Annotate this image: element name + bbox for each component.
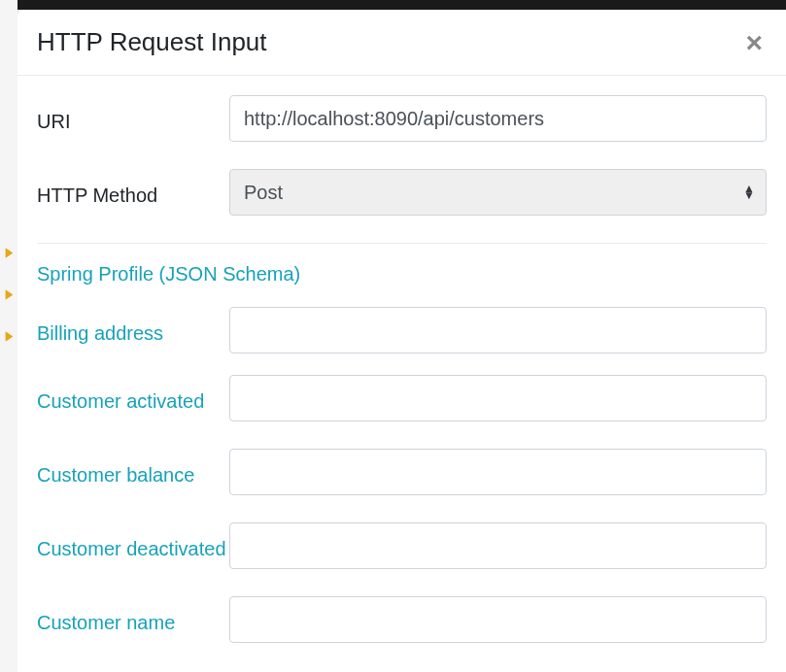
window-titlebar [0, 0, 786, 10]
customer-activated-input[interactable] [229, 375, 767, 421]
customer-balance-row: Customer balance [37, 449, 767, 495]
customer-balance-input[interactable] [229, 449, 767, 495]
customer-deactivated-row: Customer deactivated [37, 522, 767, 569]
fold-arrow-icon [0, 326, 17, 346]
modal-body: URI HTTP Method Post ▲▼ Spring Profile (… [17, 76, 786, 643]
section-divider [37, 243, 767, 244]
uri-input[interactable] [229, 95, 767, 142]
modal-header: HTTP Request Input × [17, 10, 786, 76]
http-method-select[interactable]: Post [229, 169, 767, 216]
billing-address-row: Billing address [37, 307, 767, 353]
customer-balance-label: Customer balance [37, 449, 229, 489]
fold-arrow-icon [0, 243, 17, 262]
http-request-input-modal: HTTP Request Input × URI HTTP Method Pos… [17, 10, 786, 672]
modal-title: HTTP Request Input [37, 27, 267, 57]
customer-name-label: Customer name [37, 596, 229, 637]
close-icon: × [745, 26, 763, 58]
billing-address-input[interactable] [229, 307, 767, 353]
uri-row: URI [37, 95, 767, 142]
customer-name-row: Customer name [37, 596, 767, 643]
fold-arrow-icon [0, 285, 17, 304]
uri-label: URI [37, 95, 229, 136]
http-method-label: HTTP Method [37, 169, 229, 210]
customer-activated-label: Customer activated [37, 375, 229, 416]
background-gutter [0, 0, 17, 672]
customer-deactivated-input[interactable] [229, 522, 767, 569]
billing-address-label: Billing address [37, 307, 229, 348]
customer-activated-row: Customer activated [37, 375, 767, 421]
spring-profile-link[interactable]: Spring Profile (JSON Schema) [37, 263, 767, 286]
customer-name-input[interactable] [229, 596, 767, 643]
http-method-row: HTTP Method Post ▲▼ [37, 169, 767, 216]
close-button[interactable]: × [741, 28, 767, 57]
customer-deactivated-label: Customer deactivated [37, 522, 229, 563]
